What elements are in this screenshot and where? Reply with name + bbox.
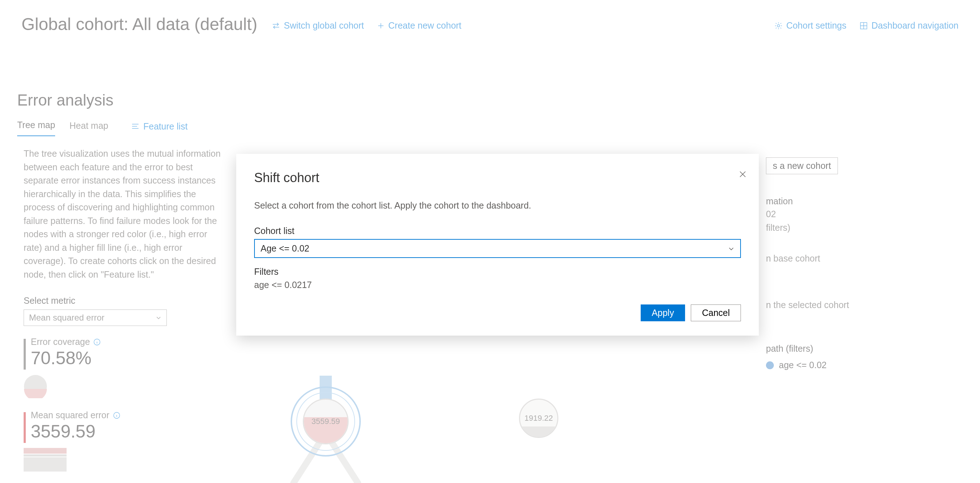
cohort-list-value: Age <= 0.02 — [261, 243, 309, 254]
filters-value: age <= 0.0217 — [254, 280, 741, 290]
cohort-list-label: Cohort list — [254, 226, 741, 236]
apply-button[interactable]: Apply — [641, 305, 686, 321]
cancel-button[interactable]: Cancel — [691, 305, 741, 321]
modal-close-button[interactable] — [738, 170, 747, 180]
modal-actions: Apply Cancel — [254, 305, 741, 321]
shift-cohort-modal: Shift cohort Select a cohort from the co… — [236, 154, 759, 335]
modal-description: Select a cohort from the cohort list. Ap… — [254, 200, 741, 211]
close-icon — [738, 170, 747, 179]
filters-label: Filters — [254, 267, 741, 277]
chevron-down-icon — [728, 245, 735, 252]
cohort-list-select[interactable]: Age <= 0.02 — [254, 239, 741, 258]
modal-title: Shift cohort — [254, 170, 741, 185]
